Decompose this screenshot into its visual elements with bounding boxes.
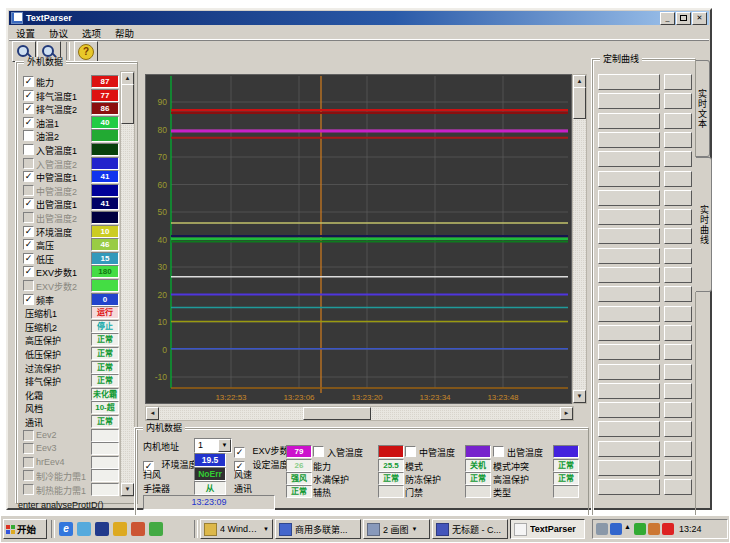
curve-name-button[interactable] [598, 267, 660, 283]
taskbar-button-5[interactable]: TextParser [510, 519, 585, 539]
outlook-icon[interactable] [77, 522, 91, 536]
scroll-left-button[interactable]: ◄ [146, 407, 159, 420]
curve-value-button[interactable] [664, 460, 692, 476]
chevron-down-icon[interactable]: ▼ [263, 526, 269, 532]
curve-name-button[interactable] [598, 479, 660, 495]
menu-item-3[interactable]: 选项 [75, 26, 108, 40]
chevron-down-icon[interactable]: ▼ [218, 439, 231, 452]
chart-vertical-scrollbar[interactable]: ▲ ▼ [572, 74, 587, 404]
curve-name-button[interactable] [598, 421, 660, 437]
curve-value-button[interactable] [664, 441, 692, 457]
antivirus-icon[interactable] [610, 523, 622, 535]
curve-value-button[interactable] [664, 421, 692, 437]
tab-实时文本[interactable]: 实时文本 [696, 60, 710, 157]
curve-value-button[interactable] [664, 479, 692, 495]
curve-value-button[interactable] [664, 286, 692, 302]
scrollbar-thumb[interactable] [573, 87, 586, 119]
checkbox[interactable]: ✓ [23, 294, 34, 305]
curve-value-button[interactable] [664, 190, 692, 206]
close-button[interactable]: ✕ [692, 12, 707, 25]
flashget-icon[interactable] [662, 523, 674, 535]
curve-name-button[interactable] [598, 286, 660, 302]
scroll-down-button[interactable]: ▼ [573, 390, 586, 403]
curve-name-button[interactable] [598, 171, 660, 187]
checkbox[interactable]: ✓ [23, 253, 34, 264]
folder-icon[interactable] [113, 522, 127, 536]
checkbox[interactable] [493, 446, 504, 457]
curve-value-button[interactable] [664, 209, 692, 225]
scrollbar-thumb[interactable] [303, 407, 371, 420]
curve-name-button[interactable] [598, 151, 660, 167]
checkbox[interactable] [23, 144, 34, 155]
curve-value-button[interactable] [664, 267, 692, 283]
menu-item-2[interactable]: 协议 [42, 26, 75, 40]
curve-value-button[interactable] [664, 228, 692, 244]
printer-icon[interactable] [596, 523, 608, 535]
messenger-icon[interactable] [149, 522, 163, 536]
taskbar-button-4[interactable]: 无标题 - C... [432, 519, 508, 539]
curve-value-button[interactable] [664, 171, 692, 187]
menu-item-1[interactable]: 设置 [9, 26, 42, 40]
ie-icon[interactable]: e [59, 522, 73, 536]
taskbar-button-2[interactable]: 商用多联第... [275, 519, 361, 539]
taskbar-button-3[interactable]: 2 画图▼ [363, 519, 430, 539]
menu-item-4[interactable]: 帮助 [108, 26, 141, 40]
curve-value-button[interactable] [664, 151, 692, 167]
chart-horizontal-scrollbar[interactable]: ◄ ► [145, 406, 574, 421]
start-button[interactable]: 开始 [3, 519, 47, 539]
taskbar-button-1[interactable]: 4 Windows...▼ [200, 519, 273, 539]
trend-chart[interactable]: 9080706050403020100-1013:22:5313:23:0613… [145, 74, 572, 404]
minimize-button[interactable]: _ [660, 12, 675, 25]
curve-name-button[interactable] [598, 228, 660, 244]
restore-button[interactable] [676, 12, 691, 25]
titlebar[interactable]: TextParser _ ✕ [9, 11, 709, 25]
indoor-address-select[interactable]: 1 ▼ [194, 438, 232, 453]
curve-name-button[interactable] [598, 441, 660, 457]
curve-name-button[interactable] [598, 364, 660, 380]
checkbox[interactable]: ✓ [23, 76, 34, 87]
curve-value-button[interactable] [664, 383, 692, 399]
chevron-down-icon[interactable]: ▼ [412, 526, 418, 532]
scroll-down-button[interactable]: ▼ [121, 483, 134, 496]
curve-name-button[interactable] [598, 93, 660, 109]
curve-name-button[interactable] [598, 306, 660, 322]
checkbox[interactable]: ✓ [23, 198, 34, 209]
curve-value-button[interactable] [664, 306, 692, 322]
curve-value-button[interactable] [664, 74, 692, 90]
curve-name-button[interactable] [598, 402, 660, 418]
curve-name-button[interactable] [598, 74, 660, 90]
checkbox[interactable] [313, 446, 324, 457]
scroll-right-button[interactable]: ► [560, 407, 573, 420]
curve-name-button[interactable] [598, 209, 660, 225]
checkbox[interactable]: ✓ [23, 171, 34, 182]
checkbox[interactable] [405, 446, 416, 457]
scrollbar-thumb[interactable] [121, 84, 134, 124]
curve-name-button[interactable] [598, 113, 660, 129]
curve-value-button[interactable] [664, 132, 692, 148]
help-button[interactable]: ? [74, 41, 98, 62]
hide-tray-arrow[interactable]: ▲ [624, 523, 632, 535]
curve-value-button[interactable] [664, 113, 692, 129]
curve-name-button[interactable] [598, 344, 660, 360]
security-icon[interactable] [131, 522, 145, 536]
curve-value-button[interactable] [664, 248, 692, 264]
curve-name-button[interactable] [598, 460, 660, 476]
curve-value-button[interactable] [664, 344, 692, 360]
curve-value-button[interactable] [664, 93, 692, 109]
sidebar-scrollbar[interactable]: ▲ ▼ [120, 71, 135, 497]
checkbox[interactable]: ✓ [23, 90, 34, 101]
checkbox[interactable] [23, 130, 34, 141]
tray-utility-icon[interactable] [648, 523, 660, 535]
checkbox[interactable]: ✓ [23, 239, 34, 250]
curve-value-button[interactable] [664, 325, 692, 341]
tab-实时曲线[interactable]: 实时曲线 [696, 157, 712, 292]
checkbox[interactable]: ✓ [23, 117, 34, 128]
curve-value-button[interactable] [664, 364, 692, 380]
curve-name-button[interactable] [598, 132, 660, 148]
mediaplayer-icon[interactable] [95, 522, 109, 536]
curve-name-button[interactable] [598, 190, 660, 206]
curve-name-button[interactable] [598, 325, 660, 341]
checkbox[interactable]: ✓ [23, 266, 34, 277]
curve-name-button[interactable] [598, 383, 660, 399]
checkbox[interactable]: ✓ [23, 103, 34, 114]
